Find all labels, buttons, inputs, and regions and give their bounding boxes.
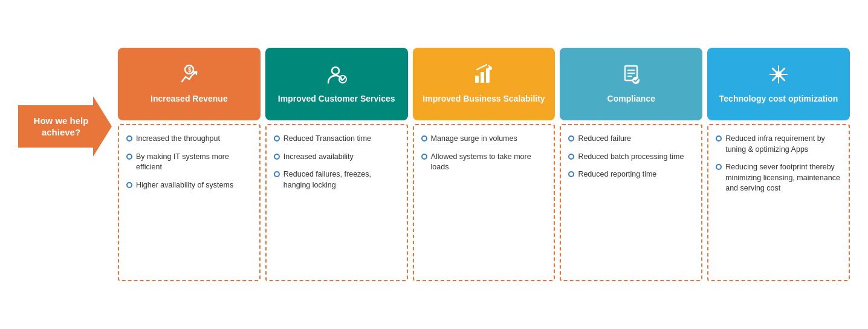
column-improved-customer: Improved Customer ServicesReduced Transa… (265, 48, 408, 281)
list-item-text: Reduced failures, freezes, hanging locki… (283, 169, 400, 191)
arrow-label: How we help achieve? (18, 115, 112, 138)
bullet-dot (274, 154, 280, 160)
list-item-text: By making IT systems more efficient (136, 152, 252, 173)
bullet-dot (421, 154, 427, 160)
bullet-dot (716, 164, 722, 170)
bullet-dot (126, 182, 132, 188)
bullet-dot (126, 135, 132, 142)
bullet-dot (568, 171, 574, 177)
svg-rect-5 (481, 72, 484, 83)
list-item: Reduced failures, freezes, hanging locki… (274, 169, 400, 191)
title-improved-customer: Improved Customer Services (278, 93, 395, 104)
title-tech-cost: Technology cost optimization (719, 93, 838, 104)
title-improved-business: Improved Business Scalability (423, 93, 545, 104)
body-increased-revenue: Increased the throughputBy making IT sys… (118, 124, 261, 281)
bullet-dot (274, 135, 280, 142)
list-item: Reduced failure (568, 134, 694, 145)
svg-point-2 (332, 67, 339, 74)
techcost-icon (768, 64, 789, 88)
body-compliance: Reduced failureReduced batch processing … (560, 124, 702, 281)
arrow-section: How we help achieve? (18, 96, 112, 157)
list-item-text: Reduced reporting time (578, 169, 656, 180)
list-item: Increased the throughput (126, 134, 252, 145)
list-item: Reducing sever footprint thereby minimiz… (716, 162, 841, 194)
columns-container: $ Increased RevenueIncreased the through… (118, 48, 850, 281)
list-item-text: Reduced Transaction time (283, 134, 371, 145)
list-item: Allowed systems to take more loads (421, 152, 547, 173)
list-item-text: Increased the throughput (136, 134, 220, 145)
bullet-dot (274, 171, 280, 177)
header-increased-revenue: $ Increased Revenue (118, 48, 261, 120)
body-improved-customer: Reduced Transaction timeIncreased availa… (265, 124, 408, 281)
customer-icon (326, 64, 348, 88)
column-compliance: ComplianceReduced failureReduced batch p… (560, 48, 702, 281)
list-item-text: Reduced failure (578, 134, 631, 145)
list-item-text: Higher availability of systems (136, 180, 233, 191)
list-item: Higher availability of systems (126, 180, 252, 191)
list-item: Manage surge in volumes (421, 134, 547, 145)
revenue-icon: $ (178, 64, 200, 88)
title-increased-revenue: Increased Revenue (151, 93, 228, 104)
title-compliance: Compliance (607, 93, 655, 104)
bullet-dot (568, 154, 574, 160)
bullet-dot (568, 135, 574, 142)
compliance-icon (620, 64, 642, 88)
business-icon (473, 64, 494, 88)
list-item-text: Manage surge in volumes (431, 134, 517, 145)
list-item-text: Reducing sever footprint thereby minimiz… (725, 162, 841, 194)
arrow-shape: How we help achieve? (18, 96, 112, 157)
list-item: Increased availability (274, 152, 400, 163)
header-improved-business: Improved Business Scalability (413, 48, 555, 120)
list-item: By making IT systems more efficient (126, 152, 252, 173)
header-compliance: Compliance (560, 48, 702, 120)
list-item-text: Reduced batch processing time (578, 152, 684, 163)
list-item: Reduced infra requirement by tuning & op… (716, 134, 841, 155)
bullet-dot (421, 135, 427, 142)
main-container: How we help achieve? $ Increased Revenue… (0, 36, 868, 293)
header-improved-customer: Improved Customer Services (265, 48, 408, 120)
column-tech-cost: Technology cost optimizationReduced infr… (707, 48, 850, 281)
svg-rect-4 (475, 76, 479, 83)
bullet-dot (716, 135, 722, 142)
list-item: Reduced Transaction time (274, 134, 400, 145)
svg-rect-6 (486, 68, 490, 83)
column-increased-revenue: $ Increased RevenueIncreased the through… (118, 48, 261, 281)
body-improved-business: Manage surge in volumesAllowed systems t… (413, 124, 555, 281)
list-item-text: Reduced infra requirement by tuning & op… (725, 134, 841, 155)
list-item-text: Allowed systems to take more loads (431, 152, 547, 173)
list-item-text: Increased availability (283, 152, 354, 163)
list-item: Reduced reporting time (568, 169, 694, 180)
header-tech-cost: Technology cost optimization (707, 48, 850, 120)
bullet-dot (126, 154, 132, 160)
list-item: Reduced batch processing time (568, 152, 694, 163)
body-tech-cost: Reduced infra requirement by tuning & op… (707, 124, 850, 281)
column-improved-business: Improved Business ScalabilityManage surg… (413, 48, 555, 281)
svg-text:$: $ (188, 67, 192, 73)
